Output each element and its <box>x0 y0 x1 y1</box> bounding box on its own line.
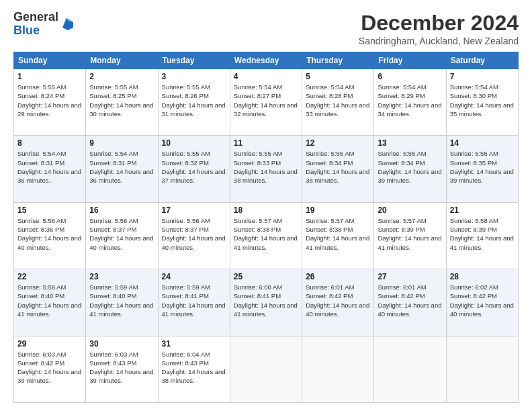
day-detail: Sunrise: 5:59 AMSunset: 8:40 PMDaylight:… <box>89 283 153 318</box>
day-number: 21 <box>450 205 515 215</box>
day-detail: Sunrise: 6:03 AMSunset: 8:43 PMDaylight:… <box>89 351 153 385</box>
col-wednesday: Wednesday <box>230 52 302 69</box>
table-row: 12 Sunrise: 5:55 AMSunset: 8:34 PMDaylig… <box>302 136 374 202</box>
day-detail: Sunrise: 5:55 AMSunset: 8:32 PMDaylight:… <box>162 150 226 184</box>
table-row: 19 Sunrise: 5:57 AMSunset: 8:38 PMDaylig… <box>302 202 374 269</box>
day-detail: Sunrise: 5:54 AMSunset: 8:27 PMDaylight:… <box>234 83 298 118</box>
table-row: 28 Sunrise: 6:02 AMSunset: 8:42 PMDaylig… <box>446 269 518 336</box>
day-number: 22 <box>17 272 82 281</box>
table-row: 1 Sunrise: 5:55 AMSunset: 8:24 PMDayligh… <box>14 69 86 136</box>
day-detail: Sunrise: 5:55 AMSunset: 8:35 PMDaylight:… <box>450 150 514 184</box>
day-number: 23 <box>89 272 154 281</box>
logo-icon <box>60 17 75 32</box>
table-row: 8 Sunrise: 5:54 AMSunset: 8:31 PMDayligh… <box>14 136 86 202</box>
day-number: 25 <box>234 272 298 281</box>
col-thursday: Thursday <box>302 52 374 69</box>
table-row: 29 Sunrise: 6:03 AMSunset: 8:42 PMDaylig… <box>14 336 86 402</box>
col-sunday: Sunday <box>14 52 86 69</box>
day-number: 4 <box>234 72 298 81</box>
table-row: 2 Sunrise: 5:55 AMSunset: 8:25 PMDayligh… <box>86 69 158 136</box>
table-row: 27 Sunrise: 6:01 AMSunset: 8:42 PMDaylig… <box>374 269 446 336</box>
day-number: 27 <box>378 272 442 281</box>
day-number: 1 <box>17 72 82 81</box>
day-detail: Sunrise: 5:54 AMSunset: 8:31 PMDaylight:… <box>89 150 153 184</box>
calendar-table: Sunday Monday Tuesday Wednesday Thursday… <box>13 52 519 403</box>
table-row: 5 Sunrise: 5:54 AMSunset: 8:28 PMDayligh… <box>302 69 374 136</box>
table-row: 30 Sunrise: 6:03 AMSunset: 8:43 PMDaylig… <box>86 336 158 402</box>
location: Sandringham, Auckland, New Zealand <box>359 36 519 46</box>
day-number: 3 <box>162 72 226 81</box>
day-number: 31 <box>162 339 226 349</box>
day-detail: Sunrise: 5:54 AMSunset: 8:30 PMDaylight:… <box>450 83 514 118</box>
day-number: 29 <box>17 339 82 349</box>
col-tuesday: Tuesday <box>158 52 230 69</box>
day-detail: Sunrise: 5:55 AMSunset: 8:34 PMDaylight:… <box>306 150 369 184</box>
calendar-page: General Blue December 2024 Sandringham, … <box>0 0 532 411</box>
table-row: 15 Sunrise: 5:56 AMSunset: 8:36 PMDaylig… <box>14 202 86 269</box>
header: General Blue December 2024 Sandringham, … <box>13 11 519 46</box>
col-monday: Monday <box>86 52 158 69</box>
day-detail: Sunrise: 5:55 AMSunset: 8:34 PMDaylight:… <box>378 150 441 184</box>
day-number: 24 <box>162 272 226 281</box>
day-number: 19 <box>306 205 370 215</box>
title-block: December 2024 Sandringham, Auckland, New… <box>359 11 519 46</box>
table-row: 13 Sunrise: 5:55 AMSunset: 8:34 PMDaylig… <box>374 136 446 202</box>
col-saturday: Saturday <box>446 52 518 69</box>
day-detail: Sunrise: 5:57 AMSunset: 8:38 PMDaylight:… <box>306 217 369 251</box>
day-detail: Sunrise: 5:56 AMSunset: 8:37 PMDaylight:… <box>89 217 153 251</box>
day-detail: Sunrise: 5:57 AMSunset: 8:39 PMDaylight:… <box>378 217 441 251</box>
table-row: 16 Sunrise: 5:56 AMSunset: 8:37 PMDaylig… <box>86 202 158 269</box>
table-row: 17 Sunrise: 5:56 AMSunset: 8:37 PMDaylig… <box>158 202 230 269</box>
day-number: 12 <box>306 138 370 148</box>
logo-blue: Blue <box>13 24 58 38</box>
day-detail: Sunrise: 6:04 AMSunset: 8:43 PMDaylight:… <box>162 351 226 385</box>
day-detail: Sunrise: 5:58 AMSunset: 8:39 PMDaylight:… <box>450 217 514 251</box>
day-detail: Sunrise: 5:55 AMSunset: 8:26 PMDaylight:… <box>162 83 226 118</box>
day-detail: Sunrise: 6:01 AMSunset: 8:42 PMDaylight:… <box>306 283 369 318</box>
table-row: 25 Sunrise: 6:00 AMSunset: 8:41 PMDaylig… <box>230 269 302 336</box>
logo-general: General <box>13 11 58 24</box>
day-number: 7 <box>450 72 515 81</box>
day-detail: Sunrise: 5:59 AMSunset: 8:41 PMDaylight:… <box>162 283 226 318</box>
table-row: 24 Sunrise: 5:59 AMSunset: 8:41 PMDaylig… <box>158 269 230 336</box>
day-number: 6 <box>378 72 442 81</box>
table-row: 11 Sunrise: 5:55 AMSunset: 8:33 PMDaylig… <box>230 136 302 202</box>
month-title: December 2024 <box>359 11 519 36</box>
day-number: 14 <box>450 138 515 148</box>
table-row: 21 Sunrise: 5:58 AMSunset: 8:39 PMDaylig… <box>446 202 518 269</box>
table-row: 4 Sunrise: 5:54 AMSunset: 8:27 PMDayligh… <box>230 69 302 136</box>
day-number: 8 <box>17 138 82 148</box>
table-row: 3 Sunrise: 5:55 AMSunset: 8:26 PMDayligh… <box>158 69 230 136</box>
table-row: 26 Sunrise: 6:01 AMSunset: 8:42 PMDaylig… <box>302 269 374 336</box>
day-detail: Sunrise: 5:57 AMSunset: 8:38 PMDaylight:… <box>234 217 298 251</box>
col-friday: Friday <box>374 52 446 69</box>
table-row: 23 Sunrise: 5:59 AMSunset: 8:40 PMDaylig… <box>86 269 158 336</box>
day-detail: Sunrise: 5:58 AMSunset: 8:40 PMDaylight:… <box>17 283 81 318</box>
table-row: 22 Sunrise: 5:58 AMSunset: 8:40 PMDaylig… <box>14 269 86 336</box>
day-number: 17 <box>162 205 226 215</box>
day-detail: Sunrise: 5:54 AMSunset: 8:28 PMDaylight:… <box>306 83 369 118</box>
day-number: 18 <box>234 205 298 215</box>
table-row: 10 Sunrise: 5:55 AMSunset: 8:32 PMDaylig… <box>158 136 230 202</box>
table-row <box>302 336 374 402</box>
table-row <box>374 336 446 402</box>
day-detail: Sunrise: 6:02 AMSunset: 8:42 PMDaylight:… <box>450 283 514 318</box>
day-number: 2 <box>89 72 154 81</box>
day-number: 9 <box>89 138 154 148</box>
table-row <box>446 336 518 402</box>
day-number: 28 <box>450 272 515 281</box>
header-row: Sunday Monday Tuesday Wednesday Thursday… <box>14 52 519 69</box>
day-number: 26 <box>306 272 370 281</box>
day-detail: Sunrise: 5:55 AMSunset: 8:33 PMDaylight:… <box>234 150 298 184</box>
day-number: 20 <box>378 205 442 215</box>
table-row: 18 Sunrise: 5:57 AMSunset: 8:38 PMDaylig… <box>230 202 302 269</box>
day-number: 30 <box>89 339 154 349</box>
day-number: 15 <box>17 205 82 215</box>
day-number: 11 <box>234 138 298 148</box>
day-detail: Sunrise: 6:03 AMSunset: 8:42 PMDaylight:… <box>17 351 81 385</box>
day-detail: Sunrise: 5:55 AMSunset: 8:24 PMDaylight:… <box>17 83 81 118</box>
logo: General Blue <box>13 11 75 38</box>
day-number: 13 <box>378 138 442 148</box>
day-detail: Sunrise: 5:56 AMSunset: 8:36 PMDaylight:… <box>17 217 81 251</box>
table-row: 9 Sunrise: 5:54 AMSunset: 8:31 PMDayligh… <box>86 136 158 202</box>
